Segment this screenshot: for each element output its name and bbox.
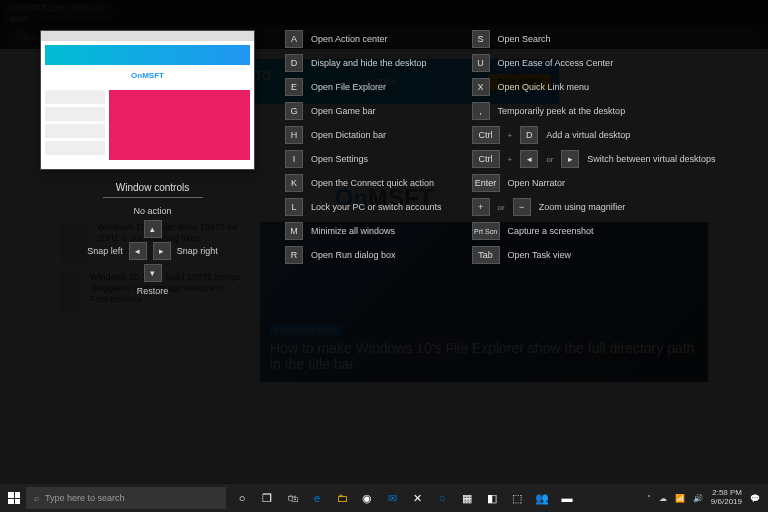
shortcut-item: LLock your PC or switch accounts (285, 198, 442, 216)
key[interactable]: H (285, 126, 303, 144)
shortcuts-grid: AOpen Action center DDisplay and hide th… (285, 30, 728, 470)
key[interactable]: Prt Scn (472, 222, 500, 240)
arrow-left-key[interactable]: ◂ (129, 242, 147, 260)
shortcut-item: EOpen File Explorer (285, 78, 442, 96)
taskbar-search[interactable]: ⌕ Type here to search (26, 487, 226, 509)
key[interactable]: A (285, 30, 303, 48)
key[interactable]: Ctrl (472, 126, 500, 144)
search-placeholder: Type here to search (45, 493, 125, 503)
key[interactable]: L (285, 198, 303, 216)
key[interactable]: ◂ (520, 150, 538, 168)
wifi-icon[interactable]: 📶 (675, 494, 685, 503)
cortana-app-icon[interactable]: ○ (430, 486, 454, 510)
key[interactable]: − (513, 198, 531, 216)
shortcut-item: ,Temporarily peek at the desktop (472, 102, 716, 120)
window-controls: Window controls No action ▴ Snap left ◂ … (40, 182, 265, 296)
snap-right-label: Snap right (177, 246, 218, 256)
key[interactable]: U (472, 54, 490, 72)
shortcut-item: XOpen Quick Link menu (472, 78, 716, 96)
app-icon[interactable]: ◧ (480, 486, 504, 510)
shortcut-item: TabOpen Task view (472, 246, 716, 264)
onedrive-icon[interactable]: ☁ (659, 494, 667, 503)
taskbar: ⌕ Type here to search ○ ❐ 🛍 e 🗀 ◉ ✉ ✕ ○ … (0, 484, 768, 512)
shortcut-item: Prt ScnCapture a screenshot (472, 222, 716, 240)
shortcut-item: ROpen Run dialog box (285, 246, 442, 264)
window-preview[interactable]: OnMSFT (40, 30, 255, 170)
shortcut-item: EnterOpen Narrator (472, 174, 716, 192)
cortana-icon[interactable]: ○ (230, 486, 254, 510)
key[interactable]: Enter (472, 174, 500, 192)
arrow-down-key[interactable]: ▾ (144, 264, 162, 282)
shortcuts-col-left: AOpen Action center DDisplay and hide th… (285, 30, 442, 470)
start-button[interactable] (2, 486, 26, 510)
shortcut-item: Ctrl+◂or▸Switch between virtual desktops (472, 150, 716, 168)
key[interactable]: Ctrl (472, 150, 500, 168)
mail-icon[interactable]: ✉ (380, 486, 404, 510)
shortcut-item: Ctrl+DAdd a virtual desktop (472, 126, 716, 144)
shortcut-item: MMinimize all windows (285, 222, 442, 240)
shortcut-item: AOpen Action center (285, 30, 442, 48)
edge-icon[interactable]: e (305, 486, 329, 510)
teams-icon[interactable]: 👥 (530, 486, 554, 510)
windows-icon (8, 492, 20, 504)
key[interactable]: S (472, 30, 490, 48)
clock[interactable]: 2:58 PM 9/6/2019 (711, 489, 742, 507)
task-view-icon[interactable]: ❐ (255, 486, 279, 510)
shortcut-item: DDisplay and hide the desktop (285, 54, 442, 72)
calculator-icon[interactable]: ▦ (455, 486, 479, 510)
shortcut-item: SOpen Search (472, 30, 716, 48)
shortcut-item: HOpen Dictation bar (285, 126, 442, 144)
terminal-icon[interactable]: ▬ (555, 486, 579, 510)
arrow-up-key[interactable]: ▴ (144, 220, 162, 238)
file-explorer-icon[interactable]: 🗀 (330, 486, 354, 510)
shortcut-item: IOpen Settings (285, 150, 442, 168)
key[interactable]: M (285, 222, 303, 240)
key[interactable]: + (472, 198, 490, 216)
snap-left-label: Snap left (87, 246, 123, 256)
shortcut-item: GOpen Game bar (285, 102, 442, 120)
key[interactable]: Tab (472, 246, 500, 264)
notifications-icon[interactable]: 💬 (750, 494, 760, 503)
key[interactable]: X (472, 78, 490, 96)
key[interactable]: , (472, 102, 490, 120)
window-controls-title: Window controls (40, 182, 265, 193)
xbox-icon[interactable]: ✕ (405, 486, 429, 510)
key[interactable]: D (285, 54, 303, 72)
key[interactable]: I (285, 150, 303, 168)
restore-label: Restore (40, 286, 265, 296)
key[interactable]: E (285, 78, 303, 96)
shortcuts-col-right: SOpen Search UOpen Ease of Access Center… (472, 30, 716, 470)
key[interactable]: R (285, 246, 303, 264)
volume-icon[interactable]: 🔊 (693, 494, 703, 503)
key[interactable]: ▸ (561, 150, 579, 168)
no-action-label: No action (40, 206, 265, 216)
chrome-icon[interactable]: ◉ (355, 486, 379, 510)
shortcut-item: +or−Zoom using magnifier (472, 198, 716, 216)
keyboard-shortcut-overlay: OnMSFT Window controls No action ▴ Snap … (0, 0, 768, 512)
key[interactable]: K (285, 174, 303, 192)
shortcut-item: KOpen the Connect quick action (285, 174, 442, 192)
app-icon[interactable]: ⬚ (505, 486, 529, 510)
key[interactable]: D (520, 126, 538, 144)
store-icon[interactable]: 🛍 (280, 486, 304, 510)
window-preview-section: OnMSFT Window controls No action ▴ Snap … (40, 30, 265, 470)
system-tray: ˄ ☁ 📶 🔊 2:58 PM 9/6/2019 💬 (647, 489, 766, 507)
key[interactable]: G (285, 102, 303, 120)
arrow-right-key[interactable]: ▸ (153, 242, 171, 260)
taskbar-pinned-apps: ○ ❐ 🛍 e 🗀 ◉ ✉ ✕ ○ ▦ ◧ ⬚ 👥 ▬ (230, 486, 579, 510)
tray-chevron-icon[interactable]: ˄ (647, 494, 651, 503)
shortcut-item: UOpen Ease of Access Center (472, 54, 716, 72)
search-icon: ⌕ (34, 493, 39, 503)
